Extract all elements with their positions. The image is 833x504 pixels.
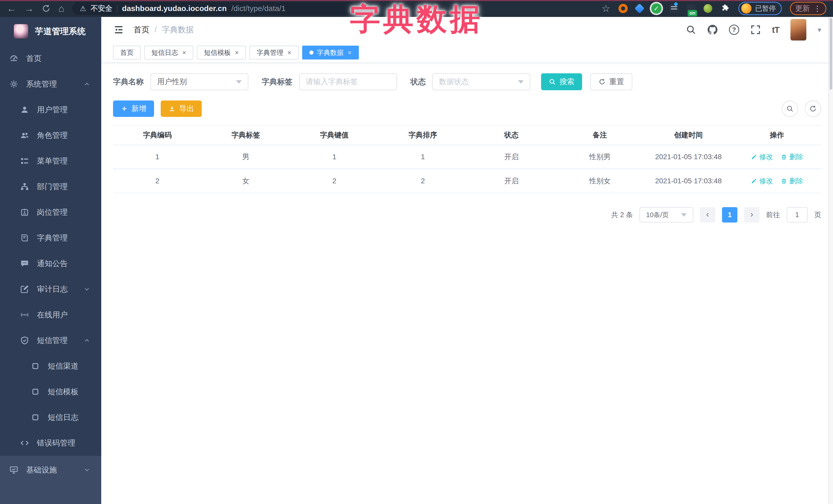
delete-link[interactable]: 删除 (781, 152, 803, 162)
kebab-menu-icon[interactable]: ⋮ (814, 4, 821, 13)
tab[interactable]: 短信模板× (197, 46, 246, 59)
user-avatar[interactable] (790, 19, 806, 41)
forward-icon[interactable]: → (24, 4, 34, 13)
reset-button-label: 重置 (609, 77, 624, 87)
extension-green-check-icon[interactable]: ✓ (651, 3, 662, 14)
extension-leaf-icon[interactable] (704, 4, 712, 13)
refresh-table-button[interactable] (805, 100, 821, 117)
sidebar-item[interactable]: 基础设施 (0, 456, 101, 484)
delete-link[interactable]: 删除 (781, 176, 803, 186)
fullscreen-icon[interactable] (751, 25, 761, 35)
help-icon[interactable]: ? (729, 25, 739, 35)
page-scrollbar[interactable] (828, 17, 833, 504)
refresh-icon (598, 78, 606, 86)
sidebar-highlight-spacer (0, 484, 101, 504)
dict-name-select[interactable]: 用户性别 (150, 73, 248, 90)
font-size-icon[interactable]: tT (772, 25, 779, 35)
status-select[interactable]: 数据状态 (432, 73, 530, 90)
add-button[interactable]: 新增 (113, 100, 154, 117)
sidebar-item[interactable]: 首页 (0, 46, 101, 71)
goto-page-input[interactable]: 1 (787, 207, 808, 222)
prev-page-button[interactable] (700, 207, 715, 222)
cell-actions: 修改删除 (733, 176, 821, 186)
chevron-down-icon (518, 80, 524, 83)
cell-status: 开启 (467, 152, 556, 162)
delete-label: 删除 (789, 176, 803, 186)
close-icon[interactable]: × (287, 49, 291, 57)
extensions-puzzle-icon[interactable] (720, 4, 730, 13)
search-button[interactable]: 搜索 (541, 73, 582, 90)
url-domain: dashboard.yudao.iocoder.cn (122, 4, 227, 13)
sidebar-item[interactable]: 错误码管理 (0, 430, 101, 456)
breadcrumb-home[interactable]: 首页 (134, 24, 149, 35)
dict-tag-input[interactable]: 请输入字典标签 (299, 73, 397, 90)
edit-link[interactable]: 修改 (751, 176, 773, 186)
table-row: 1男11开启性别男2021-01-05 17:03:48修改删除 (113, 145, 821, 169)
sidebar-item[interactable]: 通知公告 (0, 251, 101, 277)
extension-switch-icon[interactable]: on (687, 5, 695, 12)
sidebar: 芋道管理系统 首页系统管理用户管理角色管理菜单管理部门管理岗位管理字典管理通知公… (0, 17, 101, 504)
browser-profile-avatar (741, 3, 752, 14)
chevron-down-icon[interactable]: ▾ (818, 26, 821, 34)
square-icon (31, 361, 40, 371)
tab[interactable]: 字典数据× (302, 46, 359, 59)
reset-button[interactable]: 重置 (590, 73, 632, 90)
breadcrumb-current: 字典数据 (162, 24, 194, 35)
cell-status: 开启 (467, 176, 556, 186)
page-number-button[interactable]: 1 (722, 207, 737, 222)
reload-icon[interactable] (42, 4, 51, 13)
active-tab-dot (309, 50, 313, 55)
sidebar-item[interactable]: 短信日志 (0, 405, 101, 430)
sidebar-item[interactable]: 部门管理 (0, 174, 101, 199)
extension-sliders-icon[interactable] (670, 4, 679, 13)
next-page-button[interactable] (744, 207, 759, 222)
security-label: 不安全 (91, 4, 112, 13)
sidebar-item[interactable]: 字典管理 (0, 225, 101, 251)
profile-paused-badge[interactable]: 已暂停 (738, 2, 782, 15)
toggle-search-button[interactable] (782, 100, 798, 117)
tab-label: 短信日志 (151, 48, 178, 57)
app-logo (14, 24, 28, 39)
close-icon[interactable]: × (182, 49, 186, 57)
update-button[interactable]: 更新 ⋮ (790, 2, 826, 15)
sidebar-item[interactable]: 角色管理 (0, 123, 101, 148)
tab[interactable]: 短信日志× (144, 46, 193, 59)
app-frame: 芋道管理系统 首页系统管理用户管理角色管理菜单管理部门管理岗位管理字典管理通知公… (0, 17, 833, 504)
tab[interactable]: 首页 (113, 46, 141, 59)
edit-link[interactable]: 修改 (751, 152, 773, 162)
dict-name-label: 字典名称 (113, 77, 144, 87)
close-icon[interactable]: × (348, 49, 352, 57)
extension-blue-icon[interactable] (634, 3, 645, 14)
sidebar-item[interactable]: 在线用户 (0, 302, 101, 328)
close-icon[interactable]: × (235, 49, 239, 57)
sidebar-item[interactable]: 短信模板 (0, 379, 101, 405)
tab[interactable]: 字典管理× (249, 46, 298, 59)
table-toolbar: 新增 导出 (113, 100, 821, 117)
home-icon[interactable]: ⌂ (58, 4, 64, 13)
menu-list-icon (20, 157, 29, 166)
breadcrumb-separator: / (154, 25, 157, 34)
collapse-menu-icon[interactable] (113, 24, 124, 35)
sidebar-item[interactable]: 短信管理 (0, 328, 101, 353)
scrollbar-thumb[interactable] (830, 18, 832, 90)
dashboard-icon (9, 54, 19, 63)
sidebar-item[interactable]: 短信渠道 (0, 353, 101, 379)
sidebar-item[interactable]: 用户管理 (0, 97, 101, 123)
sidebar-item[interactable]: 审计日志 (0, 277, 101, 302)
sidebar-item[interactable]: 岗位管理 (0, 199, 101, 225)
app-logo-row[interactable]: 芋道管理系统 (0, 17, 101, 46)
url-path: /dict/type/data/1 (231, 4, 286, 13)
page-size-select[interactable]: 10条/页 (640, 207, 693, 222)
bookmark-star-icon[interactable]: ☆ (601, 3, 610, 14)
search-icon[interactable] (686, 25, 696, 35)
back-icon[interactable]: ← (7, 4, 17, 13)
sidebar-item[interactable]: 菜单管理 (0, 148, 101, 174)
github-icon[interactable] (708, 25, 718, 35)
sidebar-item[interactable]: 系统管理 (0, 71, 101, 97)
address-bar[interactable]: ⚠ 不安全 dashboard.yudao.iocoder.cn/dict/ty… (72, 2, 357, 15)
cell-sort: 2 (379, 177, 467, 185)
extension-orange-icon[interactable] (618, 4, 628, 13)
chevron-down-icon (83, 286, 91, 293)
cell-code: 1 (113, 153, 201, 161)
export-button[interactable]: 导出 (161, 100, 202, 117)
